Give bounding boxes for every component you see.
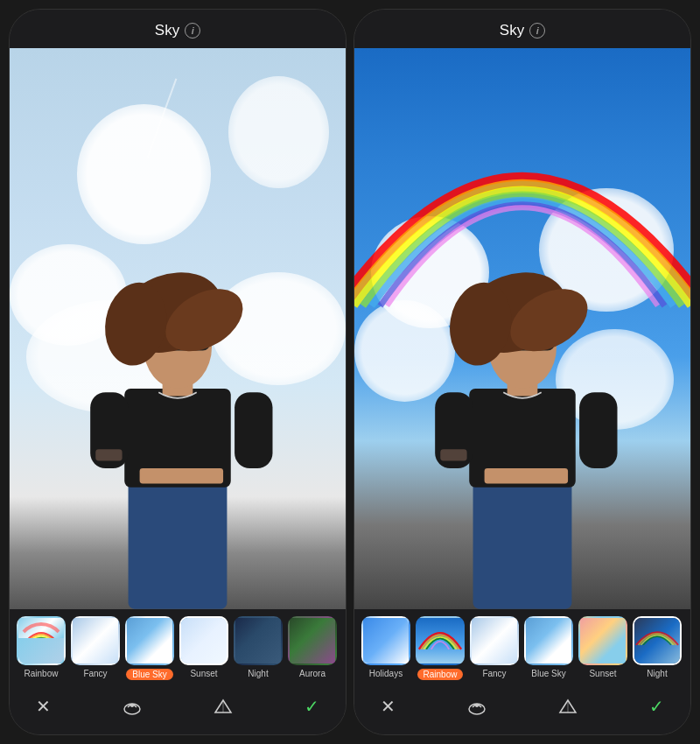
- svg-rect-15: [473, 480, 572, 609]
- right-filter-fancy[interactable]: Fancy: [470, 616, 519, 680]
- right-label-holidays: Holidays: [369, 669, 402, 678]
- left-thumb-bluesky[interactable]: [125, 616, 174, 665]
- right-thumb-night[interactable]: [633, 616, 682, 665]
- left-info-icon[interactable]: i: [185, 23, 200, 39]
- svg-rect-0: [129, 480, 228, 609]
- right-label-night: Night: [647, 669, 667, 678]
- cloud-1: [77, 104, 212, 244]
- left-header: Sky i: [10, 10, 346, 48]
- right-filter-night[interactable]: Night: [633, 616, 682, 680]
- left-thumb-aurora[interactable]: [288, 616, 337, 665]
- right-thumb-holidays[interactable]: [361, 616, 410, 665]
- rainbow-arc: [354, 48, 690, 357]
- right-scene: [354, 48, 690, 609]
- svg-rect-11: [95, 450, 122, 461]
- right-cancel-button[interactable]: ✕: [381, 696, 396, 717]
- svg-rect-25: [485, 468, 568, 483]
- left-eraser-button[interactable]: [122, 697, 142, 716]
- right-photo-area: [354, 48, 690, 609]
- svg-point-13: [130, 704, 134, 707]
- svg-rect-10: [140, 468, 223, 483]
- left-cancel-button[interactable]: ✕: [36, 696, 51, 717]
- left-photo-area: [10, 48, 346, 609]
- left-filter-bar: Rainbow Fancy Blue Sky Sunset: [10, 609, 346, 687]
- right-label-rainbow: Rainbow: [417, 669, 464, 680]
- left-action-bar: ✕ ✓: [10, 687, 346, 734]
- left-label-night: Night: [248, 669, 268, 678]
- left-thumb-fancy[interactable]: [71, 616, 120, 665]
- svg-rect-26: [440, 450, 466, 461]
- right-thumb-fancy[interactable]: [470, 616, 519, 665]
- left-filter-fancy[interactable]: Fancy: [71, 616, 120, 680]
- left-label-bluesky: Blue Sky: [126, 669, 172, 680]
- left-filter-sunset[interactable]: Sunset: [179, 616, 228, 680]
- left-thumb-night[interactable]: [234, 616, 283, 665]
- right-label-fancy: Fancy: [482, 669, 506, 678]
- left-confirm-button[interactable]: ✓: [304, 696, 319, 717]
- left-thumb-sunset[interactable]: [179, 616, 228, 665]
- svg-rect-3: [234, 393, 272, 469]
- left-mask-button[interactable]: [214, 697, 233, 716]
- right-filter-rainbow[interactable]: Rainbow: [416, 616, 465, 680]
- left-filter-night[interactable]: Night: [234, 616, 283, 680]
- right-eraser-button[interactable]: [467, 697, 486, 716]
- left-filter-bluesky[interactable]: Blue Sky: [125, 616, 174, 680]
- right-thumb-bluesky[interactable]: [524, 616, 573, 665]
- left-filter-aurora[interactable]: Aurora: [288, 616, 337, 680]
- left-label-rainbow: Rainbow: [24, 669, 59, 678]
- left-label-fancy: Fancy: [83, 669, 107, 678]
- person-figure: [10, 244, 346, 609]
- right-header: Sky i: [354, 10, 690, 48]
- right-filter-holidays[interactable]: Holidays: [361, 616, 410, 680]
- cloud-2: [228, 76, 329, 188]
- right-label-sunset: Sunset: [589, 669, 616, 678]
- svg-point-28: [475, 704, 479, 707]
- left-filter-scroll[interactable]: Rainbow Fancy Blue Sky Sunset: [13, 616, 342, 684]
- right-mask-button[interactable]: [558, 697, 578, 716]
- left-title: Sky: [155, 22, 179, 39]
- left-thumb-rainbow[interactable]: [17, 616, 66, 665]
- right-confirm-button[interactable]: ✓: [649, 696, 664, 717]
- right-title: Sky: [500, 22, 524, 39]
- right-filter-bar: Holidays Rainbow: [354, 609, 690, 687]
- right-filter-sunset[interactable]: Sunset: [578, 616, 627, 680]
- right-filter-bluesky[interactable]: Blue Sky: [524, 616, 573, 680]
- left-filter-rainbow[interactable]: Rainbow: [17, 616, 66, 680]
- right-filter-scroll[interactable]: Holidays Rainbow: [358, 616, 687, 684]
- right-phone-panel: Sky i: [354, 9, 691, 735]
- left-scene: [10, 48, 346, 609]
- svg-rect-18: [579, 393, 617, 469]
- right-action-bar: ✕ ✓: [354, 687, 690, 734]
- left-label-aurora: Aurora: [299, 669, 326, 678]
- right-info-icon[interactable]: i: [529, 23, 545, 39]
- right-label-bluesky: Blue Sky: [531, 669, 565, 678]
- right-thumb-rainbow[interactable]: [416, 616, 465, 665]
- left-phone-panel: Sky i: [9, 9, 346, 735]
- left-label-sunset: Sunset: [190, 669, 217, 678]
- right-thumb-sunset[interactable]: [578, 616, 627, 665]
